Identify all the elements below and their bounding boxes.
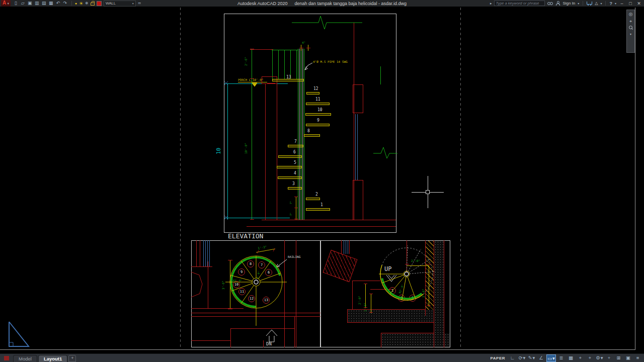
stair-center-post [254, 280, 258, 284]
ucs-icon [9, 342, 13, 346]
railing-leader-line [276, 259, 287, 267]
quick-access-toolbar: ▯▱▣▥▤▦↶↷ [13, 1, 68, 6]
pan-icon[interactable]: ⌖ [629, 19, 632, 24]
break-line-top [292, 16, 362, 29]
navbar-more-icon[interactable]: ▾ [630, 32, 631, 37]
search-input[interactable] [494, 1, 545, 6]
lineweight-icon[interactable]: ≣ [557, 354, 566, 362]
ucs-icon [9, 322, 29, 346]
help-icon[interactable]: ? [609, 1, 612, 6]
up-arrow-icon [388, 275, 394, 279]
porch-level-marker [252, 83, 257, 86]
annotation-scale-icon[interactable]: ⌖ [586, 354, 594, 362]
stair-spoke [241, 286, 254, 304]
layout-tabs: Model Layout1 + [13, 354, 76, 362]
steering-wheel-icon[interactable]: ◎ [629, 12, 633, 17]
column-outline [191, 272, 202, 297]
plan-dim-tick [273, 248, 275, 251]
stair-spoke-hidden [409, 259, 431, 273]
navigation-bar: ◎ ⌖ ▾ [626, 10, 635, 53]
vector-layer [0, 7, 644, 353]
drawing-canvas[interactable]: ◎ ⌖ ▾ PORCH L 10'-0"4"Ø M.S PIPE 14 SWG4… [0, 7, 644, 353]
transparency-icon[interactable]: ▦ [567, 354, 575, 362]
crosshair-pickbox [426, 190, 430, 194]
stair-spoke [408, 277, 416, 299]
angle-icon[interactable]: ∠ [537, 354, 545, 362]
paper-space-button[interactable]: PAPER [491, 356, 505, 360]
toolbar-separator [71, 1, 72, 6]
stair-spoke-hidden [410, 272, 435, 274]
user-icon[interactable] [555, 1, 560, 6]
annotation-monitor-icon[interactable]: + [605, 354, 613, 362]
status-toolbar: PAPER ∟⟳ ▾✎ ▾∠▭ ▾≣▦⌖⌖⚙ ▾+⊞▣≡ [491, 354, 644, 362]
autocad-logo-menu[interactable]: A ▾ [1, 0, 11, 7]
stair-spoke [231, 284, 252, 291]
stair-center-post [405, 272, 409, 276]
toolbar-more-icon[interactable]: ≂ [138, 1, 141, 6]
publish-icon[interactable]: ▦ [48, 1, 54, 6]
stair-spoke-hidden [407, 245, 408, 271]
document-title: denah dan tampak tangga baja helicoidal … [294, 1, 407, 6]
open-icon[interactable]: ▱ [20, 1, 26, 6]
layer-lock-icon[interactable] [91, 3, 95, 6]
break-line-right [373, 147, 397, 158]
toolbar-separator [605, 1, 606, 6]
stair-spoke [382, 275, 404, 283]
save-as-icon[interactable]: ▥ [34, 1, 40, 6]
isolate-objects-icon[interactable]: ▣ [624, 354, 632, 362]
save-icon[interactable]: ▣ [27, 1, 33, 6]
stair-spoke [402, 277, 406, 300]
annotation-visibility-icon[interactable]: ⌖ [576, 354, 585, 362]
toolbar-separator [583, 1, 583, 6]
minimize-button[interactable]: – [619, 1, 625, 6]
redo-icon[interactable]: ↷ [62, 1, 68, 6]
undo-icon[interactable]: ↶ [55, 1, 61, 6]
new-layout-button[interactable]: + [68, 355, 76, 362]
stair-spoke [241, 260, 254, 279]
chevron-down-icon[interactable]: ▾ [615, 2, 616, 5]
stair-spoke [260, 273, 281, 281]
pipe-leader-line [305, 63, 312, 70]
autodesk-exchange-icon[interactable]: △ [595, 1, 598, 6]
new-file-icon[interactable]: ▯ [13, 1, 19, 6]
search-icon[interactable] [547, 2, 553, 5]
workspace-gear-icon[interactable]: ⚙ ▾ [595, 354, 604, 362]
layer-dropdown[interactable]: WALL ▾ [104, 1, 136, 7]
status-bar: Model Layout1 + PAPER ∟⟳ ▾✎ ▾∠▭ ▾≣▦⌖⌖⚙ ▾… [0, 353, 644, 362]
layer-color-swatch[interactable] [97, 1, 102, 6]
chevron-down-icon[interactable]: ▾ [600, 2, 602, 5]
object-snap-tracking-icon[interactable]: ✎ ▾ [527, 354, 536, 362]
stair-spoke [231, 276, 253, 281]
chevron-down-icon: ▾ [132, 2, 134, 5]
status-indicator [4, 356, 9, 360]
close-button[interactable]: ✕ [636, 1, 642, 6]
stair-spoke-hidden [408, 249, 421, 272]
stair-tread-arc [380, 265, 423, 300]
dn-arrow-icon [266, 330, 277, 336]
plan-dim-line [256, 249, 275, 252]
quick-properties-icon[interactable]: ⊞ [614, 354, 623, 362]
titlebar: A ▾ ▯▱▣▥▤▦↶↷ ● ☀ ❄ WALL ▾ ≂ Autodesk Aut… [0, 0, 644, 7]
app-title: Autodesk AutoCAD 2020 [237, 1, 288, 6]
object-snap-icon[interactable]: ▭ ▾ [546, 354, 556, 362]
layer-on-icon[interactable]: ● [75, 2, 77, 5]
restore-button[interactable]: □ [627, 1, 633, 6]
app-store-cart-icon[interactable] [587, 2, 592, 5]
polar-tracking-icon[interactable]: ⟳ ▾ [518, 354, 526, 362]
zoom-icon[interactable] [629, 26, 633, 30]
railing-arc [382, 279, 422, 299]
ortho-icon[interactable]: ∟ [508, 354, 517, 362]
plot-icon[interactable]: ▤ [41, 1, 47, 6]
customization-menu-icon[interactable]: ≡ [633, 354, 642, 362]
stair-spoke [259, 260, 271, 279]
status-icons: ∟⟳ ▾✎ ▾∠▭ ▾≣▦⌖⌖⚙ ▾+⊞▣≡ [508, 354, 642, 362]
chevron-down-icon[interactable]: ▾ [578, 2, 579, 5]
tab-model[interactable]: Model [13, 355, 37, 362]
sign-in-link[interactable]: Sign In [562, 1, 575, 6]
layer-dropdown-value: WALL [106, 1, 116, 6]
tab-layout1[interactable]: Layout1 [38, 355, 67, 362]
layer-freeze-icon[interactable]: ❄ [85, 1, 89, 6]
stair-spoke [390, 277, 405, 294]
search-expand-icon[interactable]: ▸ [490, 2, 492, 6]
layer-thaw-icon[interactable]: ☀ [79, 1, 83, 6]
